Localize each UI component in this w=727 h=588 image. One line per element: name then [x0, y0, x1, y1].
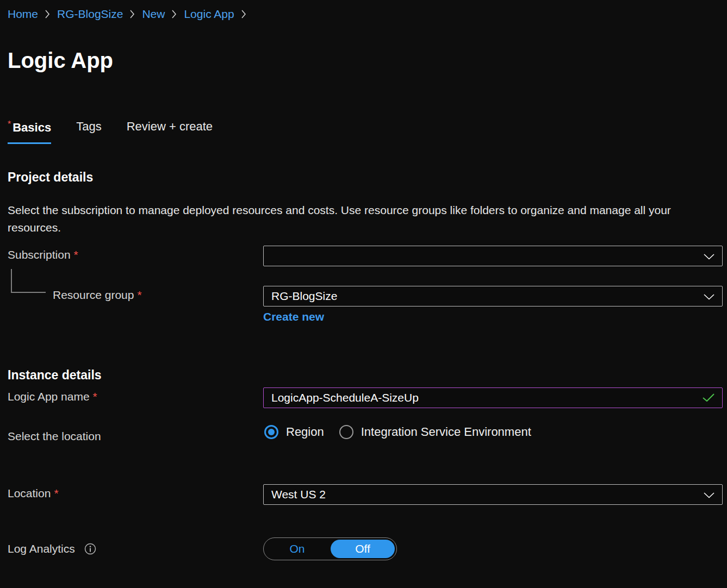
toggle-off-option[interactable]: Off: [331, 540, 395, 558]
location-dropdown[interactable]: West US 2: [263, 484, 723, 505]
resource-group-dropdown[interactable]: RG-BlogSize: [263, 286, 723, 306]
breadcrumb-link-new[interactable]: New: [142, 8, 165, 21]
resource-group-label: Resource group*: [53, 289, 142, 302]
breadcrumb-link-resource-group[interactable]: RG-BlogSize: [57, 8, 123, 21]
log-analytics-label: Log Analytics: [8, 542, 97, 555]
breadcrumb-chevron-icon: [130, 10, 135, 18]
subscription-dropdown[interactable]: [263, 246, 723, 266]
tab-tags-label: Tags: [76, 120, 101, 133]
breadcrumb-chevron-icon: [241, 10, 246, 18]
project-details-heading: Project details: [8, 170, 93, 185]
tab-tags[interactable]: Tags: [76, 120, 101, 144]
logic-app-name-field: [263, 387, 723, 408]
tab-bar: *Basics Tags Review + create: [8, 120, 213, 144]
chevron-down-icon: [704, 488, 714, 501]
logic-app-name-label: Logic App name*: [8, 390, 97, 403]
instance-details-heading: Instance details: [8, 368, 102, 383]
required-asterisk: *: [74, 248, 78, 261]
radio-region-label: Region: [286, 425, 324, 439]
breadcrumb-chevron-icon: [172, 10, 177, 18]
required-asterisk: *: [137, 289, 141, 302]
subscription-resource-group-connector: [11, 269, 46, 293]
resource-group-value: RG-BlogSize: [271, 290, 337, 303]
logic-app-create-page: Home RG-BlogSize New Logic App Logic App…: [0, 0, 727, 588]
required-asterisk: *: [93, 390, 97, 403]
subscription-label: Subscription*: [8, 248, 78, 261]
location-label: Location*: [8, 487, 59, 500]
radio-option-integration-service-environment[interactable]: Integration Service Environment: [339, 425, 531, 439]
radio-ise-label: Integration Service Environment: [361, 425, 531, 439]
tab-review-create[interactable]: Review + create: [127, 120, 213, 144]
breadcrumb-link-home[interactable]: Home: [8, 8, 38, 21]
radio-option-region[interactable]: Region: [264, 425, 324, 439]
breadcrumb-link-logic-app[interactable]: Logic App: [184, 8, 234, 21]
logic-app-name-input[interactable]: [271, 391, 703, 404]
required-asterisk: *: [8, 120, 11, 129]
radio-selected-icon: [264, 425, 278, 439]
chevron-down-icon: [704, 290, 714, 303]
project-details-description: Select the subscription to manage deploy…: [8, 202, 687, 236]
select-location-label: Select the location: [8, 430, 101, 443]
location-value: West US 2: [271, 488, 326, 501]
radio-unselected-icon: [339, 425, 353, 439]
breadcrumb-chevron-icon: [45, 10, 50, 18]
chevron-down-icon: [704, 249, 714, 262]
breadcrumb: Home RG-BlogSize New Logic App: [8, 8, 246, 21]
toggle-on-option[interactable]: On: [264, 542, 331, 555]
tab-review-create-label: Review + create: [127, 120, 213, 133]
required-asterisk: *: [54, 487, 58, 500]
info-icon[interactable]: [84, 542, 97, 555]
location-type-radio-group: Region Integration Service Environment: [264, 425, 531, 439]
valid-check-icon: [703, 391, 714, 404]
tab-basics[interactable]: *Basics: [8, 120, 51, 144]
page-title: Logic App: [8, 48, 113, 73]
tab-basics-label: Basics: [13, 121, 51, 134]
create-new-link[interactable]: Create new: [263, 310, 324, 323]
log-analytics-toggle[interactable]: On Off: [263, 537, 397, 560]
